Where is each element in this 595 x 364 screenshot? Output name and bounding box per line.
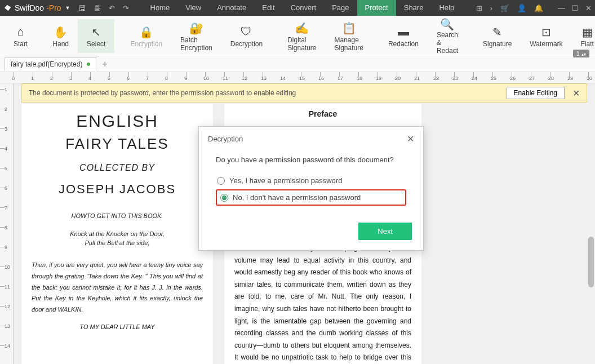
tab-title: fairy tale.pdf(Encrypted) [11, 60, 82, 68]
titlebar-right: ⊞ › 🛒 👤 🔔 — ☐ ✕ [476, 4, 592, 12]
window-controls: — ☐ ✕ [558, 4, 592, 12]
flatten-icon: ▦ [582, 24, 593, 40]
book-title-1: ENGLISH [32, 112, 203, 131]
document-tab[interactable]: fairy tale.pdf(Encrypted) [5, 57, 96, 71]
horizontal-ruler: 0123456789101112131415161718192021222324… [0, 72, 595, 83]
flatten-tool[interactable]: ▦Flatt [572, 19, 595, 53]
batch-lock-icon: 🔐 [189, 20, 203, 36]
watermark-icon: ⊡ [541, 24, 551, 40]
page-left: ENGLISH FAIRY TALES COLLECTED BY JOSEPH … [21, 104, 213, 364]
maximize-button[interactable]: ☐ [572, 4, 579, 12]
shield-icon: 🛡 [241, 24, 252, 40]
grid-icon[interactable]: ⊞ [476, 4, 482, 12]
author-name: JOSEPH JACOBS [32, 182, 203, 197]
start-tool[interactable]: ⌂Start [5, 19, 37, 53]
app-name: SwifDoo [15, 3, 44, 12]
next-button[interactable]: Next [358, 223, 412, 240]
menu-protect[interactable]: Protect [357, 0, 396, 16]
search-redact-icon: 🔍 [440, 17, 454, 31]
radio-no[interactable] [220, 194, 228, 202]
encryption-tool[interactable]: 🔒Encryption [121, 19, 171, 53]
intro-paragraph: Then, if you are very quiet, you will he… [32, 260, 203, 316]
menu-share[interactable]: Share [396, 0, 432, 16]
manage-signature-tool[interactable]: 📋Manage Signature [326, 19, 372, 53]
redaction-tool[interactable]: ▬Redaction [379, 19, 428, 53]
howto-heading: HOWTO GET INTO THIS BOOK. [32, 212, 203, 219]
radio-yes-label: Yes, I have a permission password [229, 176, 342, 185]
radio-no-label: No, I don't have a permission password [233, 193, 361, 202]
cursor-icon: ↖ [91, 24, 101, 40]
book-title-2: FAIRY TALES [32, 135, 203, 153]
pen-icon: ✎ [492, 24, 502, 40]
menu-home[interactable]: Home [143, 0, 178, 16]
dialog-question: Do you have a permission password of thi… [216, 156, 406, 164]
protection-notification: The document is protected by password, e… [21, 83, 587, 103]
document-viewport[interactable]: The document is protected by password, e… [14, 83, 595, 364]
main-menu: Home View Annotate Edit Convert Page Pro… [143, 0, 463, 16]
work-area: 1234567891011121314 The document is prot… [0, 83, 595, 364]
modified-indicator-icon [87, 63, 90, 66]
undo-icon[interactable]: ↶ [109, 4, 115, 12]
menu-view[interactable]: View [177, 0, 209, 16]
print-icon[interactable]: 🖶 [94, 4, 101, 12]
signature-icon: ✍ [295, 20, 309, 36]
bell-icon[interactable]: 🔔 [534, 4, 543, 12]
dialog-title: Decryption [208, 135, 243, 143]
pull-line: Pull the Bell at the side, [32, 239, 203, 246]
knock-line: Knock at the Knocker on the Door, [32, 230, 203, 237]
user-icon[interactable]: 👤 [517, 4, 526, 12]
cart-icon[interactable]: 🛒 [500, 4, 509, 12]
page-indicator: 1 ▴▾ [573, 50, 589, 57]
title-bar: SwifDoo-Pro ▼ 🖫 🖶 ↶ ↷ Home View Annotate… [0, 0, 595, 16]
radio-no-row[interactable]: No, I don't have a permission password [216, 189, 406, 206]
preface-body: collected in each country. I am hoping t… [234, 242, 411, 364]
menu-help[interactable]: Help [431, 0, 462, 16]
decryption-dialog: Decryption ✕ Do you have a permission pa… [198, 126, 424, 251]
preface-heading: Preface [234, 109, 411, 118]
menu-annotate[interactable]: Annotate [209, 0, 254, 16]
radio-yes-row[interactable]: Yes, I have a permission password [216, 174, 406, 187]
dialog-close-icon[interactable]: ✕ [407, 134, 414, 144]
dialog-body: Do you have a permission password of thi… [199, 151, 423, 217]
hand-tool[interactable]: ✋Hand [43, 19, 78, 53]
app-suffix: -Pro [46, 3, 61, 12]
batch-encryption-tool[interactable]: 🔐Batch Encryption [171, 19, 221, 53]
dropdown-icon[interactable]: ▼ [65, 5, 70, 11]
home-icon: ⌂ [17, 24, 24, 40]
manage-signature-icon: 📋 [342, 20, 356, 36]
app-logo: SwifDoo-Pro ▼ [3, 3, 70, 12]
chevron-right-icon[interactable]: › [490, 4, 492, 12]
hand-icon: ✋ [54, 24, 68, 40]
redact-icon: ▬ [398, 24, 409, 40]
menu-convert[interactable]: Convert [283, 0, 325, 16]
radio-yes[interactable] [217, 177, 225, 185]
dedication: TO MY DEAR LITTLE MAY [32, 323, 203, 330]
select-tool[interactable]: ↖Select [78, 19, 114, 53]
menu-edit[interactable]: Edit [254, 0, 282, 16]
dialog-footer: Next [199, 217, 423, 250]
close-button[interactable]: ✕ [585, 4, 592, 12]
vertical-ruler: 1234567891011121314 [0, 83, 14, 364]
ribbon-toolbar: ⌂Start ✋Hand ↖Select 🔒Encryption 🔐Batch … [0, 16, 595, 56]
quick-access-toolbar: 🖫 🖶 ↶ ↷ [78, 4, 129, 12]
collected-by: COLLECTED BY [32, 163, 203, 173]
swifdoo-icon [3, 3, 12, 12]
scrollbar-thumb[interactable] [588, 237, 594, 287]
decryption-tool[interactable]: 🛡Decryption [221, 19, 272, 53]
redo-icon[interactable]: ↷ [123, 4, 129, 12]
enable-editing-button[interactable]: Enable Editing [507, 87, 565, 99]
save-icon[interactable]: 🖫 [78, 4, 86, 12]
add-tab-button[interactable]: + [102, 59, 107, 69]
document-tabs: fairy tale.pdf(Encrypted) + 1 ▴▾ [0, 56, 595, 72]
watermark-tool[interactable]: ⊡Watermark [521, 19, 571, 53]
signature-tool[interactable]: ✎Signature [474, 19, 521, 53]
digital-signature-tool[interactable]: ✍Digital Signature [278, 19, 325, 53]
vertical-scrollbar[interactable] [588, 83, 594, 364]
minimize-button[interactable]: — [558, 4, 565, 12]
lock-icon: 🔒 [139, 24, 153, 40]
notification-close-icon[interactable]: ✕ [572, 88, 580, 99]
menu-page[interactable]: Page [324, 0, 357, 16]
dialog-title-bar: Decryption ✕ [199, 127, 423, 151]
search-redact-tool[interactable]: 🔍Search & Redact [428, 19, 467, 53]
notification-text: The document is protected by password, e… [29, 89, 296, 97]
